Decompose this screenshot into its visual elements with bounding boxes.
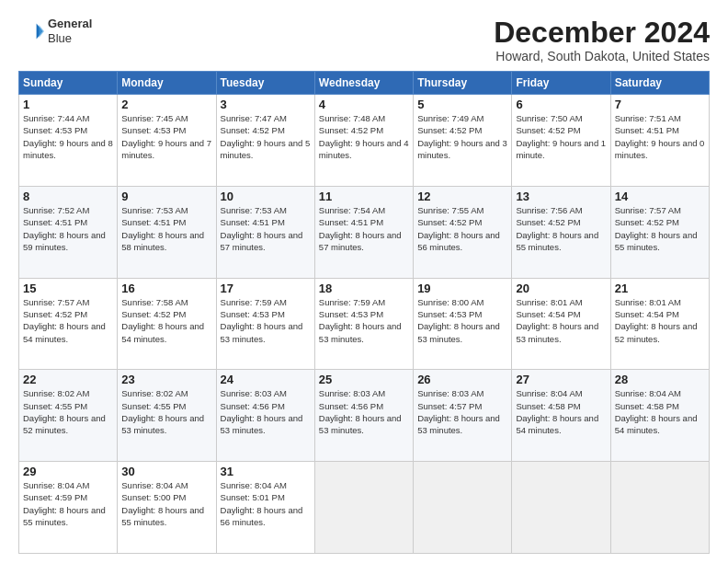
calendar-cell [314, 462, 413, 554]
day-info: Sunrise: 7:57 AM Sunset: 4:52 PM Dayligh… [615, 204, 705, 253]
day-info: Sunrise: 7:50 AM Sunset: 4:52 PM Dayligh… [516, 112, 606, 161]
day-number: 23 [121, 373, 211, 386]
calendar-week-row: 22Sunrise: 8:02 AM Sunset: 4:55 PM Dayli… [19, 370, 710, 462]
day-info: Sunrise: 7:51 AM Sunset: 4:51 PM Dayligh… [615, 112, 705, 161]
page: General Blue December 2024 Howard, South… [0, 0, 728, 563]
day-info: Sunrise: 8:03 AM Sunset: 4:56 PM Dayligh… [221, 387, 311, 436]
logo-text: General Blue [48, 17, 92, 45]
day-info: Sunrise: 7:52 AM Sunset: 4:51 PM Dayligh… [23, 204, 113, 253]
day-number: 16 [121, 282, 211, 295]
calendar-week-row: 29Sunrise: 8:04 AM Sunset: 4:59 PM Dayli… [19, 462, 710, 554]
day-info: Sunrise: 8:02 AM Sunset: 4:55 PM Dayligh… [121, 387, 211, 436]
day-info: Sunrise: 8:04 AM Sunset: 5:00 PM Dayligh… [121, 479, 211, 528]
calendar-cell: 6Sunrise: 7:50 AM Sunset: 4:52 PM Daylig… [512, 95, 610, 187]
weekday-header-tuesday: Tuesday [216, 72, 314, 95]
day-info: Sunrise: 7:54 AM Sunset: 4:51 PM Dayligh… [319, 204, 409, 253]
calendar-cell: 1Sunrise: 7:44 AM Sunset: 4:53 PM Daylig… [19, 95, 118, 187]
day-number: 1 [23, 98, 113, 111]
day-number: 11 [319, 190, 409, 203]
calendar-cell: 24Sunrise: 8:03 AM Sunset: 4:56 PM Dayli… [216, 370, 314, 462]
calendar-cell [610, 462, 709, 554]
day-number: 30 [121, 465, 211, 478]
subtitle: Howard, South Dakota, United States [494, 49, 710, 63]
calendar-cell: 28Sunrise: 8:04 AM Sunset: 4:58 PM Dayli… [610, 370, 709, 462]
day-number: 21 [615, 282, 705, 295]
day-number: 28 [615, 373, 705, 386]
calendar-cell: 19Sunrise: 8:00 AM Sunset: 4:53 PM Dayli… [414, 278, 512, 370]
day-info: Sunrise: 7:59 AM Sunset: 4:53 PM Dayligh… [319, 296, 409, 345]
calendar-cell: 15Sunrise: 7:57 AM Sunset: 4:52 PM Dayli… [19, 278, 118, 370]
day-info: Sunrise: 8:04 AM Sunset: 4:58 PM Dayligh… [516, 387, 606, 436]
calendar-table: SundayMondayTuesdayWednesdayThursdayFrid… [18, 71, 710, 554]
day-number: 25 [319, 373, 409, 386]
calendar-cell: 4Sunrise: 7:48 AM Sunset: 4:52 PM Daylig… [314, 95, 413, 187]
header: General Blue December 2024 Howard, South… [18, 17, 710, 63]
day-number: 14 [615, 190, 705, 203]
day-info: Sunrise: 7:53 AM Sunset: 4:51 PM Dayligh… [121, 204, 211, 253]
day-number: 15 [23, 282, 113, 295]
calendar-body: 1Sunrise: 7:44 AM Sunset: 4:53 PM Daylig… [19, 95, 710, 554]
weekday-header-row: SundayMondayTuesdayWednesdayThursdayFrid… [19, 72, 710, 95]
day-info: Sunrise: 8:04 AM Sunset: 4:59 PM Dayligh… [23, 479, 113, 528]
day-number: 8 [23, 190, 113, 203]
day-info: Sunrise: 7:44 AM Sunset: 4:53 PM Dayligh… [23, 112, 113, 161]
weekday-header-friday: Friday [512, 72, 610, 95]
calendar-cell: 13Sunrise: 7:56 AM Sunset: 4:52 PM Dayli… [512, 186, 610, 278]
calendar-cell: 10Sunrise: 7:53 AM Sunset: 4:51 PM Dayli… [216, 186, 314, 278]
day-number: 22 [23, 373, 113, 386]
day-number: 18 [319, 282, 409, 295]
calendar-week-row: 1Sunrise: 7:44 AM Sunset: 4:53 PM Daylig… [19, 95, 710, 187]
day-info: Sunrise: 7:49 AM Sunset: 4:52 PM Dayligh… [417, 112, 507, 161]
day-number: 20 [516, 282, 606, 295]
day-info: Sunrise: 8:03 AM Sunset: 4:56 PM Dayligh… [319, 387, 409, 436]
day-info: Sunrise: 7:59 AM Sunset: 4:53 PM Dayligh… [221, 296, 311, 345]
day-info: Sunrise: 7:48 AM Sunset: 4:52 PM Dayligh… [319, 112, 409, 161]
calendar-cell: 25Sunrise: 8:03 AM Sunset: 4:56 PM Dayli… [314, 370, 413, 462]
day-number: 4 [319, 98, 409, 111]
day-number: 17 [221, 282, 311, 295]
day-info: Sunrise: 8:03 AM Sunset: 4:57 PM Dayligh… [417, 387, 507, 436]
logo: General Blue [18, 17, 92, 45]
calendar-cell: 7Sunrise: 7:51 AM Sunset: 4:51 PM Daylig… [610, 95, 709, 187]
calendar-cell: 17Sunrise: 7:59 AM Sunset: 4:53 PM Dayli… [216, 278, 314, 370]
title-block: December 2024 Howard, South Dakota, Unit… [494, 17, 710, 63]
calendar-cell: 20Sunrise: 8:01 AM Sunset: 4:54 PM Dayli… [512, 278, 610, 370]
day-info: Sunrise: 7:58 AM Sunset: 4:52 PM Dayligh… [121, 296, 211, 345]
day-info: Sunrise: 8:02 AM Sunset: 4:55 PM Dayligh… [23, 387, 113, 436]
calendar-cell: 27Sunrise: 8:04 AM Sunset: 4:58 PM Dayli… [512, 370, 610, 462]
day-number: 13 [516, 190, 606, 203]
calendar-cell: 12Sunrise: 7:55 AM Sunset: 4:52 PM Dayli… [414, 186, 512, 278]
calendar-cell: 16Sunrise: 7:58 AM Sunset: 4:52 PM Dayli… [118, 278, 216, 370]
calendar-header: SundayMondayTuesdayWednesdayThursdayFrid… [19, 72, 710, 95]
calendar-cell: 30Sunrise: 8:04 AM Sunset: 5:00 PM Dayli… [118, 462, 216, 554]
day-info: Sunrise: 7:57 AM Sunset: 4:52 PM Dayligh… [23, 296, 113, 345]
calendar-cell: 11Sunrise: 7:54 AM Sunset: 4:51 PM Dayli… [314, 186, 413, 278]
calendar-cell: 8Sunrise: 7:52 AM Sunset: 4:51 PM Daylig… [19, 186, 118, 278]
weekday-header-sunday: Sunday [19, 72, 118, 95]
calendar-cell [414, 462, 512, 554]
day-info: Sunrise: 7:45 AM Sunset: 4:53 PM Dayligh… [121, 112, 211, 161]
calendar-cell: 14Sunrise: 7:57 AM Sunset: 4:52 PM Dayli… [610, 186, 709, 278]
day-number: 7 [615, 98, 705, 111]
day-info: Sunrise: 8:01 AM Sunset: 4:54 PM Dayligh… [615, 296, 705, 345]
calendar-cell [512, 462, 610, 554]
day-info: Sunrise: 8:00 AM Sunset: 4:53 PM Dayligh… [417, 296, 507, 345]
day-info: Sunrise: 7:56 AM Sunset: 4:52 PM Dayligh… [516, 204, 606, 253]
calendar-week-row: 15Sunrise: 7:57 AM Sunset: 4:52 PM Dayli… [19, 278, 710, 370]
day-info: Sunrise: 8:01 AM Sunset: 4:54 PM Dayligh… [516, 296, 606, 345]
weekday-header-thursday: Thursday [414, 72, 512, 95]
weekday-header-monday: Monday [118, 72, 216, 95]
day-info: Sunrise: 8:04 AM Sunset: 4:58 PM Dayligh… [615, 387, 705, 436]
day-number: 26 [417, 373, 507, 386]
calendar-cell: 21Sunrise: 8:01 AM Sunset: 4:54 PM Dayli… [610, 278, 709, 370]
day-number: 24 [221, 373, 311, 386]
calendar-cell: 23Sunrise: 8:02 AM Sunset: 4:55 PM Dayli… [118, 370, 216, 462]
logo-icon [18, 18, 44, 44]
day-number: 31 [221, 465, 311, 478]
day-number: 5 [417, 98, 507, 111]
main-title: December 2024 [494, 17, 710, 49]
day-info: Sunrise: 7:55 AM Sunset: 4:52 PM Dayligh… [417, 204, 507, 253]
calendar-cell: 31Sunrise: 8:04 AM Sunset: 5:01 PM Dayli… [216, 462, 314, 554]
day-number: 10 [221, 190, 311, 203]
day-number: 6 [516, 98, 606, 111]
